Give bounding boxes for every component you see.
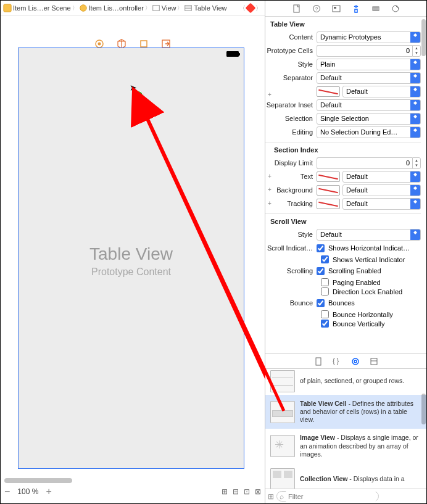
library-filter-input[interactable]: [286, 490, 376, 502]
connections-inspector-tab-icon[interactable]: [391, 4, 400, 13]
chevron-icon: 〉: [145, 4, 151, 12]
breadcrumb-item-controller[interactable]: Item Lis…ontroller: [79, 4, 144, 12]
battery-icon: [226, 51, 239, 57]
tableview-placeholder-title: Table View: [19, 244, 244, 264]
display-limit-stepper[interactable]: ▲▼: [317, 157, 421, 169]
inspector-pane: ? Table View Content Dynamic Prototypes …: [265, 1, 427, 503]
error-diamond-icon[interactable]: [246, 3, 256, 14]
direction-lock-checkbox[interactable]: [321, 287, 329, 295]
background-label: Background: [276, 186, 313, 194]
style-label: Style: [265, 60, 317, 68]
identity-inspector-tab-icon[interactable]: [332, 4, 341, 13]
object-library-tab-icon[interactable]: [351, 357, 360, 366]
file-template-tab-icon[interactable]: [314, 357, 323, 366]
bounce-label: Bounce: [265, 299, 317, 307]
separator-inset-label: Separator Inset: [265, 101, 317, 109]
editing-select[interactable]: No Selection During Ed…: [317, 126, 421, 138]
library-item-text: Table View Cell - Defines the attributes…: [300, 400, 422, 424]
library-item-text: Image View - Displays a single image, or…: [300, 434, 422, 458]
content-select[interactable]: Dynamic Prototypes: [317, 31, 421, 43]
media-library-tab-icon[interactable]: [370, 357, 378, 366]
zoom-value[interactable]: 100 %: [17, 487, 38, 496]
separator-color-select[interactable]: Default: [342, 86, 421, 97]
section-title-tableview: Table View: [265, 17, 421, 30]
bounce-horizontally-label: Bounce Horizontally: [333, 311, 393, 318]
add-tracking-icon[interactable]: +: [268, 200, 272, 207]
inspector-vertical-scrollbar[interactable]: [421, 19, 426, 56]
svg-point-21: [392, 6, 399, 12]
library-item-collectionview[interactable]: Collection View - Displays data in a: [265, 463, 427, 489]
zoom-out-button[interactable]: −: [4, 486, 10, 497]
library-item-tableviewcell[interactable]: Table View Cell - Defines the attributes…: [265, 395, 427, 429]
add-text-icon[interactable]: +: [268, 173, 272, 180]
library-item-tableview[interactable]: of plain, sectioned, or grouped rows.: [265, 369, 427, 395]
bounce-vertically-label: Bounce Vertically: [333, 320, 384, 328]
section-title-sectionindex: Section Index: [265, 143, 421, 156]
object-library[interactable]: of plain, sectioned, or grouped rows. Ta…: [265, 368, 427, 489]
chevron-icon: 〉: [72, 4, 78, 12]
bounce-horizontally-checkbox[interactable]: [321, 310, 329, 318]
bounce-vertically-checkbox[interactable]: [321, 320, 329, 328]
paging-enabled-checkbox[interactable]: [321, 278, 329, 286]
breadcrumb: Item Lis…er Scene 〉 Item Lis…ontroller 〉…: [1, 1, 265, 16]
svg-rect-11: [294, 5, 299, 12]
scrolling-enabled-checkbox[interactable]: [317, 267, 325, 275]
library-tab-bar: { }: [265, 353, 427, 368]
svg-rect-2: [153, 6, 160, 11]
layout-toolbar: ⊞ ⊟ ⊡ ⊠: [222, 487, 261, 496]
library-vertical-scrollbar[interactable]: [421, 394, 426, 424]
bounces-checkbox[interactable]: [317, 299, 325, 307]
forward-icon[interactable]: 〉: [255, 4, 262, 13]
style-select[interactable]: Plain: [317, 59, 421, 70]
library-grid-view-icon[interactable]: ⊞: [268, 492, 274, 501]
library-item-text: of plain, sectioned, or grouped rows.: [300, 377, 404, 385]
bounces-label: Bounces: [328, 299, 355, 307]
zoom-in-button[interactable]: +: [46, 486, 51, 497]
prototype-cells-stepper[interactable]: ▲▼: [317, 45, 421, 57]
separator-inset-select[interactable]: Default: [317, 99, 421, 111]
attributes-inspector-tab-icon[interactable]: [352, 4, 360, 13]
scrollview-style-label: Style: [265, 231, 317, 238]
scrollview-style-select[interactable]: Default: [317, 229, 421, 241]
search-icon: ⌕: [280, 492, 284, 501]
help-inspector-tab-icon[interactable]: ?: [312, 4, 321, 13]
separator-label: Separator: [265, 74, 317, 81]
tableview-placeholder-subtitle: Prototype Content: [19, 266, 244, 278]
separator-color-well[interactable]: [317, 86, 340, 97]
breadcrumb-item-view[interactable]: View: [152, 4, 176, 12]
svg-rect-8: [141, 41, 147, 47]
code-snippet-tab-icon[interactable]: { }: [333, 357, 341, 366]
device-frame[interactable]: Table View Prototype Content: [18, 48, 244, 469]
shows-horizontal-checkbox[interactable]: [317, 244, 325, 252]
imageview-thumb-icon: [270, 435, 295, 457]
file-inspector-tab-icon[interactable]: [292, 4, 301, 13]
tracking-color-select[interactable]: Default: [342, 198, 421, 210]
breadcrumb-item-tableview[interactable]: Table View: [184, 4, 226, 12]
library-item-imageview[interactable]: Image View - Displays a single image, or…: [265, 429, 427, 463]
tracking-color-well[interactable]: [317, 199, 340, 209]
align-icon[interactable]: ⊞: [222, 487, 228, 496]
shows-vertical-checkbox[interactable]: [321, 255, 329, 263]
shows-horizontal-label: Shows Horizontal Indicat…: [328, 244, 410, 252]
canvas-bottom-bar: − 100 % + ⊞ ⊟ ⊡ ⊠: [4, 482, 261, 501]
pin-icon[interactable]: ⊟: [233, 487, 239, 496]
inspector-body[interactable]: Table View Content Dynamic Prototypes Pr…: [265, 17, 427, 353]
chevron-icon: 〉: [177, 4, 183, 12]
text-color-select[interactable]: Default: [342, 171, 421, 183]
section-title-scrollview: Scroll View: [265, 214, 421, 228]
back-icon[interactable]: 〈: [239, 4, 246, 13]
add-background-icon[interactable]: +: [268, 186, 272, 193]
breadcrumb-item-scene[interactable]: Item Lis…er Scene: [3, 4, 71, 12]
add-separator-icon[interactable]: +: [268, 91, 272, 98]
background-color-select[interactable]: Default: [342, 184, 421, 196]
background-color-well[interactable]: [317, 185, 340, 196]
separator-select[interactable]: Default: [317, 72, 421, 84]
tableviewcell-thumb-icon: [270, 401, 295, 423]
text-color-well[interactable]: [317, 171, 340, 182]
text-label: Text: [301, 173, 313, 180]
resolve-icon[interactable]: ⊡: [244, 487, 250, 496]
selection-select[interactable]: Single Selection: [317, 113, 421, 125]
embed-icon[interactable]: ⊠: [255, 487, 261, 496]
size-inspector-tab-icon[interactable]: [371, 4, 380, 13]
scrolling-label: Scrolling: [265, 267, 317, 275]
